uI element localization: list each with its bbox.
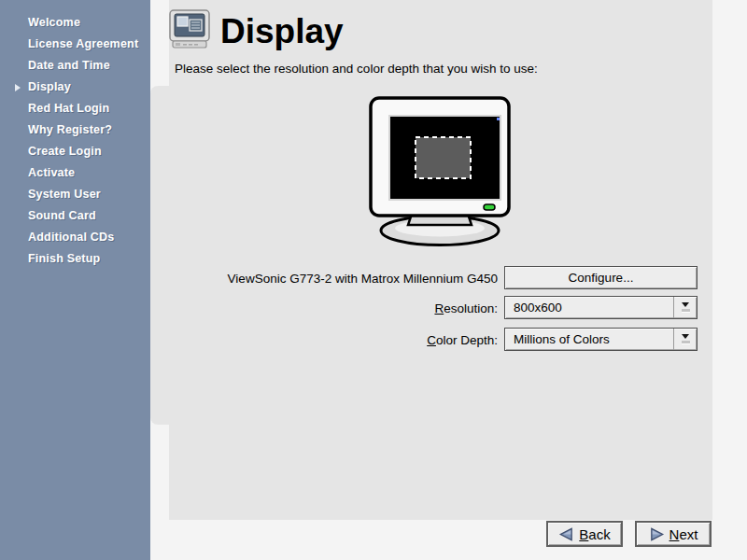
next-arrow-icon [649,526,665,542]
sidebar-item-system-user: System User [0,184,150,205]
sidebar-item-display: Display [0,77,150,98]
sidebar-item-license-agreement: License Agreement [0,34,150,55]
sidebar-item-sound-card: Sound Card [0,205,150,227]
next-button[interactable]: Next [635,521,712,547]
device-label: ViewSonic G773-2 with Matrox Millennium … [180,272,498,286]
sidebar-item-finish-setup: Finish Setup [0,248,150,270]
content-panel [169,0,712,520]
chevron-down-icon [673,297,697,318]
next-button-label: Next [669,526,698,542]
setup-steps-sidebar: Welcome License Agreement Date and Time … [0,0,150,560]
instruction-text: Please select the resolution and color d… [175,62,538,76]
back-button-label: Back [579,526,610,542]
screen-corner-pixel [497,118,500,120]
sidebar-item-additional-cds: Additional CDs [0,227,150,248]
sidebar-item-why-register: Why Register? [0,119,150,141]
display-monitor-icon [167,7,212,52]
resolution-selection-rect [416,137,471,178]
configure-button[interactable]: Configure... [504,266,698,289]
sidebar-item-welcome: Welcome [0,12,150,34]
content-panel-flange [150,86,170,425]
power-led [484,204,495,210]
chevron-down-icon [673,329,697,350]
back-arrow-icon [558,526,574,542]
resolution-select[interactable]: 747x560 [504,296,698,319]
sidebar-item-create-login: Create Login [0,141,150,162]
back-button[interactable]: Back [546,521,623,547]
resolution-label: Resolution: [180,301,498,315]
sidebar-item-red-hat-login: Red Hat Login [0,98,150,119]
sidebar-item-date-and-time: Date and Time [0,55,150,77]
color-depth-value: Millions of Colors [505,329,673,350]
sidebar-item-activate: Activate [0,162,150,184]
active-step-arrow-icon [15,84,21,91]
color-depth-label: Color Depth: [180,333,498,347]
crt-monitor-illustration [359,93,521,248]
page-title: Display [220,12,344,51]
color-depth-select[interactable]: Millions of Colors [504,328,698,351]
resolution-value: 747x560 [505,297,673,318]
